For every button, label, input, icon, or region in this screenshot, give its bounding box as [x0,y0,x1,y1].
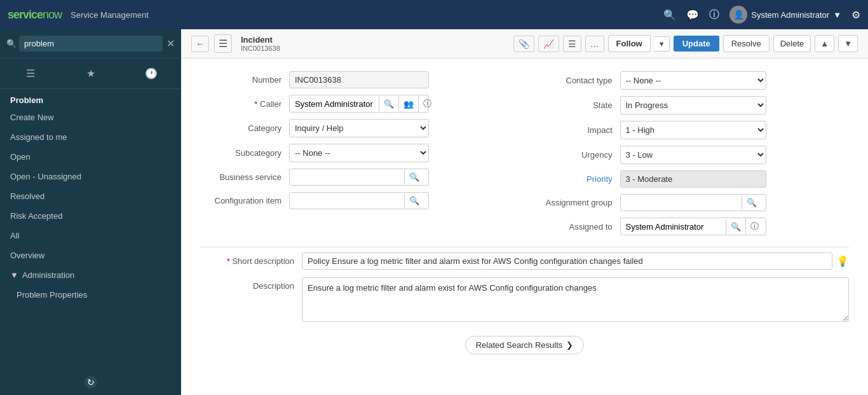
user-name: System Administrator [751,10,829,20]
form-area: Number Caller 🔍 👥 ⓘ [181,59,868,395]
user-dropdown-icon: ▼ [833,10,841,20]
assignment-group-row: Assignment group 🔍 [531,194,850,211]
contact-type-select[interactable]: -- None -- [620,71,766,90]
related-search-arrow-icon: ❯ [566,340,573,350]
short-desc-input-wrap: 💡 [302,253,849,270]
business-service-row: Business service 🔍 [200,169,519,186]
config-item-label: Configuration item [200,196,289,205]
menu-icon-btn[interactable]: ☰ [214,34,232,53]
config-item-search-icon[interactable]: 🔍 [404,193,424,208]
update-button[interactable]: Update [674,36,719,52]
business-service-label: Business service [200,172,289,182]
sidebar-item-overview[interactable]: Overview [0,246,181,265]
content-area: ← ☰ Incident INC0013638 📎 📈 ☰ … Follow ▼… [181,29,868,395]
activity-icon-btn[interactable]: 📈 [538,36,559,52]
resolve-button[interactable]: Resolve [723,35,770,52]
desc-label: Description [200,277,302,291]
impact-label: Impact [531,125,620,135]
assigned-to-info-icon[interactable]: ⓘ [745,218,763,235]
form-right-col: Contact type -- None -- State In Progres… [531,71,850,242]
subcategory-label: Subcategory [200,148,289,158]
sidebar-icon-star[interactable]: ★ [60,64,121,83]
assignment-group-input[interactable] [621,195,742,211]
next-record-button[interactable]: ▼ [838,35,858,52]
user-menu[interactable]: 👤 System Administrator ▼ [729,6,841,24]
sidebar-item-create-new[interactable]: Create New [0,107,181,127]
chat-icon[interactable]: 💬 [686,9,699,21]
search-input[interactable] [19,36,163,52]
help-icon[interactable]: ⓘ [709,8,719,22]
urgency-row: Urgency 3 - Low [531,146,850,164]
assigned-to-search-icon[interactable]: 🔍 [726,219,745,234]
caller-row: Caller 🔍 👥 ⓘ [200,95,519,113]
sidebar-item-all[interactable]: All [0,226,181,246]
main-layout: 🔍 ✕ ☰ ★ 🕐 Problem Create New Assigned to… [0,29,868,395]
caller-input[interactable] [290,96,379,112]
impact-select[interactable]: 1 - High [620,121,766,139]
related-search-button[interactable]: Related Search Results ❯ [465,336,585,354]
config-item-input-group: 🔍 [289,192,429,209]
priority-row: Priority 3 - Moderate [531,170,850,188]
sidebar-search-icon: 🔍 [6,39,17,48]
sidebar-item-assigned-to-me[interactable]: Assigned to me [0,127,181,147]
sidebar-item-open[interactable]: Open [0,147,181,167]
contact-type-row: Contact type -- None -- [531,71,850,90]
sidebar-item-open-unassigned[interactable]: Open - Unassigned [0,167,181,186]
attachment-icon-btn[interactable]: 📎 [513,36,534,52]
priority-label[interactable]: Priority [531,174,620,184]
delete-button[interactable]: Delete [773,35,811,52]
urgency-label: Urgency [531,150,620,160]
sidebar-item-problem-properties[interactable]: Problem Properties [0,285,181,305]
service-name: Service Management [71,10,149,20]
caller-label: Caller [200,99,289,109]
sidebar-section-title: Problem [0,89,181,107]
sidebar-collapse-button[interactable]: ↻ [85,376,97,389]
business-service-input[interactable] [290,169,404,185]
business-service-search-icon[interactable]: 🔍 [404,170,424,184]
prev-record-button[interactable]: ▲ [815,35,834,52]
back-button[interactable]: ← [191,36,209,52]
search-clear-icon[interactable]: ✕ [166,38,175,50]
caller-info-icon[interactable]: ⓘ [418,95,436,112]
state-select[interactable]: In Progress [620,96,766,114]
sidebar-icon-row: ☰ ★ 🕐 [0,59,181,89]
sidebar-icon-clock[interactable]: 🕐 [121,64,181,83]
desc-textarea[interactable]: Ensure a log metric filter and alarm exi… [302,277,849,322]
short-desc-bulb-icon: 💡 [836,255,849,267]
top-nav-right: 🔍 💬 ⓘ 👤 System Administrator ▼ ⚙ [663,6,860,24]
settings-form-icon-btn[interactable]: ☰ [563,36,581,52]
follow-button[interactable]: Follow [608,35,651,52]
desc-row: Description Ensure a log metric filter a… [200,277,849,322]
assigned-to-input[interactable] [621,219,726,235]
sidebar-bottom: ↻ [0,385,181,395]
incident-number: INC0013638 [241,45,280,52]
sidebar-admin-label: Administration [22,270,74,280]
follow-dropdown-button[interactable]: ▼ [654,36,670,52]
incident-breadcrumb: Incident INC0013638 [241,35,280,52]
number-input[interactable] [289,71,429,88]
caller-user-icon[interactable]: 👥 [398,97,418,111]
sidebar-admin-section[interactable]: ▼ Administration [0,265,181,285]
sidebar-item-resolved[interactable]: Resolved [0,186,181,206]
short-desc-input[interactable] [302,253,832,270]
assigned-to-row: Assigned to 🔍 ⓘ [531,218,850,235]
settings-icon[interactable]: ⚙ [851,9,860,21]
caller-search-icon[interactable]: 🔍 [379,97,398,111]
subcategory-select[interactable]: -- None -- [289,144,429,162]
search-icon[interactable]: 🔍 [663,9,676,21]
category-row: Category Inquiry / Help [200,119,519,137]
sidebar-nav: Problem Create New Assigned to me Open O… [0,89,181,385]
category-label: Category [200,123,289,133]
urgency-select[interactable]: 3 - Low [620,146,766,164]
sidebar-item-risk-accepted[interactable]: Risk Accepted [0,206,181,226]
priority-value: 3 - Moderate [620,170,766,188]
sidebar-icon-list[interactable]: ☰ [0,64,60,83]
category-select[interactable]: Inquiry / Help [289,119,429,137]
assignment-group-search-icon[interactable]: 🔍 [742,195,761,210]
search-bar: 🔍 ✕ [0,29,181,59]
config-item-input[interactable] [290,193,404,209]
form-two-col: Number Caller 🔍 👥 ⓘ [200,71,849,242]
more-icon-btn[interactable]: … [585,36,604,52]
brand-logo-area: servicenow Service Management [8,8,149,22]
config-item-row: Configuration item 🔍 [200,192,519,209]
